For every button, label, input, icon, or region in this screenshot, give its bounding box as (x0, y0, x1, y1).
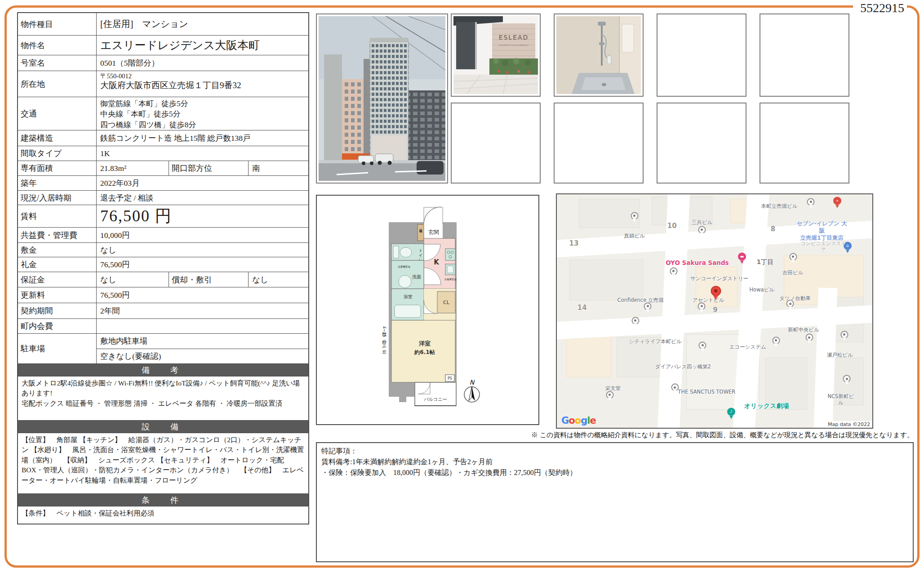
disclaimer-note: ※ この資料は物件の概略紹介資料になります。写真、間取図面、設備、概要などが現況… (316, 431, 914, 439)
pin-sanko (670, 267, 677, 275)
pin-citylife (631, 317, 639, 324)
map-label: コンビニエンスストア (799, 241, 848, 253)
pin-diapalace (699, 341, 706, 349)
map-label: セブン-イレブン 大阪 立売堀1丁目東店 (797, 220, 847, 241)
room-label: 洋室 (419, 340, 431, 347)
compass-north-label: N (470, 379, 475, 386)
map-label: 新町中央ビル (788, 327, 819, 333)
map-label: アセントビル (693, 297, 724, 303)
parking-cell: 敷地内駐車場 空きなし(要確認) (97, 334, 308, 363)
pin-hotel: ▬ (738, 252, 746, 260)
row-label: 敷金 (18, 243, 97, 257)
row-label: 町内会費 (18, 319, 97, 333)
map-label: 本町立売堀ビル (761, 203, 797, 209)
row-value: 2年間 (97, 303, 308, 318)
balcony-label: バルコニー (424, 397, 447, 402)
row-label: 物件種目 (18, 13, 97, 35)
row-label: 駐車場 (18, 334, 97, 363)
row-value: 鉄筋コンクリート造 地上15階 総戸数138戸 (97, 130, 308, 146)
google-logo-letter: G (561, 415, 569, 426)
map-label: 三共ビル (692, 219, 713, 225)
parking-line: 空きなし(要確認) (97, 349, 308, 363)
photo-shower-room (554, 13, 644, 97)
floorplan-graphic: 玄関 下駄箱 PS トイレ K 冷蔵庫置場 (317, 196, 538, 424)
map-data-credit: Map data ©2022 (826, 421, 872, 428)
map-labels-layer: ▬＋⌂♪131410891丁目真鍋ビル三共ビル本町立売堀ビルOYO Sakura… (557, 194, 872, 428)
row-value: なし (97, 243, 308, 257)
window-note: 4階~15階のみ窓 (382, 326, 386, 354)
transport-line: 御堂筋線「本町」徒歩5分 (100, 99, 305, 109)
fridge-note: 冷蔵庫置場 (444, 278, 457, 281)
map-label: OYO Sakura Sands (666, 259, 729, 267)
map-label: タツノ自動車 (779, 295, 811, 301)
compass-needle (472, 386, 475, 401)
map-label: エコーシステム (729, 344, 766, 350)
pin-confidence (644, 302, 652, 310)
map-label: 栄文堂 (605, 385, 621, 391)
row-label: 開口部方位 (169, 161, 249, 175)
table-row: 築年 2022年03月 (18, 175, 308, 190)
transport-line: 中央線「本町」徒歩5分 (100, 109, 305, 119)
photo-building-exterior (316, 13, 448, 184)
row-value: なし (249, 272, 308, 287)
row-value: 1K (97, 146, 308, 161)
kitchen-label: K (434, 258, 440, 266)
table-row: 保証金 なし 償却・敷引 なし (18, 272, 308, 287)
table-row: 駐車場 敷地内駐車場 空きなし(要確認) (18, 333, 308, 363)
equipment-header: 設 備 (18, 420, 308, 433)
photo-placeholder-empty (760, 103, 849, 184)
row-label: 契約期間 (18, 303, 97, 318)
bathroom-label: 浴室 (404, 294, 413, 299)
google-logo-letter: o (575, 415, 581, 426)
conditions-text: 【条件】 ペット相談・保証会社利用必須 (18, 506, 308, 524)
table-row: 間取タイプ 1K (18, 146, 308, 161)
google-logo: Google (561, 415, 596, 426)
table-row: 共益費・管理費 10,000円 (18, 227, 308, 242)
row-label: 間取タイプ (18, 146, 97, 161)
pin-destination (711, 286, 721, 296)
shower-photo-graphic (556, 16, 641, 94)
closet-label: CL (443, 300, 450, 305)
table-row: 礼金 76,500円 (18, 257, 308, 272)
property-name: エスリードレジデンス大阪本町 (97, 36, 308, 55)
parking-line: 敷地内駐車場 (97, 334, 308, 349)
map-label: 14 (578, 303, 587, 312)
transport-line: 四つ橋線「四ツ橋」徒歩8分 (100, 120, 305, 130)
row-value: 2022年03月 (97, 176, 308, 190)
special-notes-line: 賃料備考:1年未満解約解約違約金1ヶ月、予告2ヶ月前 (321, 457, 908, 467)
row-label: 保証金 (18, 272, 97, 287)
map-label: NCS新町ビル (825, 393, 857, 406)
pin-sanctus (671, 384, 679, 391)
row-label: 号室名 (18, 55, 97, 71)
table-row: 交通 御堂筋線「本町」徒歩5分 中央線「本町」徒歩5分 四つ橋線「四ツ橋」徒歩8… (18, 97, 308, 130)
map-label: 1丁目 (756, 258, 773, 266)
pin-yoshida (789, 253, 797, 260)
floorplan: 玄関 下駄箱 PS トイレ K 冷蔵庫置場 (316, 195, 539, 425)
row-label: 現況/入居時期 (18, 191, 97, 205)
photo-placeholder-empty (554, 103, 644, 184)
table-row: 賃料 76,500 円 (18, 205, 308, 227)
pin-manabe (631, 212, 638, 220)
table-row: 建築構造 鉄筋コンクリート造 地上15階 総戸数138戸 (18, 130, 308, 146)
google-logo-letter: o (569, 415, 574, 426)
table-row: 敷金 なし (18, 242, 308, 257)
washroom-label: 洗面 (412, 274, 421, 279)
pin-echo (772, 336, 780, 344)
row-label: 物件名 (18, 36, 97, 55)
row-label: 更新料 (18, 287, 97, 303)
postal-code: 〒550-0012 (100, 72, 305, 80)
map-label: Confidence 立売堀 (617, 297, 664, 303)
entrance-photo-graphic: ESLEAD RESIDENCE OSAKA HOMMACHI (453, 16, 538, 94)
toilet-label: トイレ (418, 246, 423, 262)
address: 大阪府大阪市西区立売堀１丁目9番32 (100, 80, 305, 91)
row-label: 交通 (18, 97, 97, 130)
rent-value: 76,500 円 (97, 205, 308, 227)
map-label: シティライフ本町ビル (629, 338, 681, 345)
photo-placeholder-empty (451, 103, 541, 184)
special-notes-title: 特記事項： (321, 446, 908, 457)
row-value: [住居用] マンション (97, 13, 308, 35)
table-row: 現況/入居時期 退去予定 / 相談 (18, 190, 308, 205)
table-row: 町内会費 (18, 318, 308, 333)
pin-convenience: ＋ (833, 197, 841, 205)
property-flyer-page: 5522915 物件種目 [住居用] マンション 物件名 エスリードレジデンス大… (0, 0, 924, 569)
